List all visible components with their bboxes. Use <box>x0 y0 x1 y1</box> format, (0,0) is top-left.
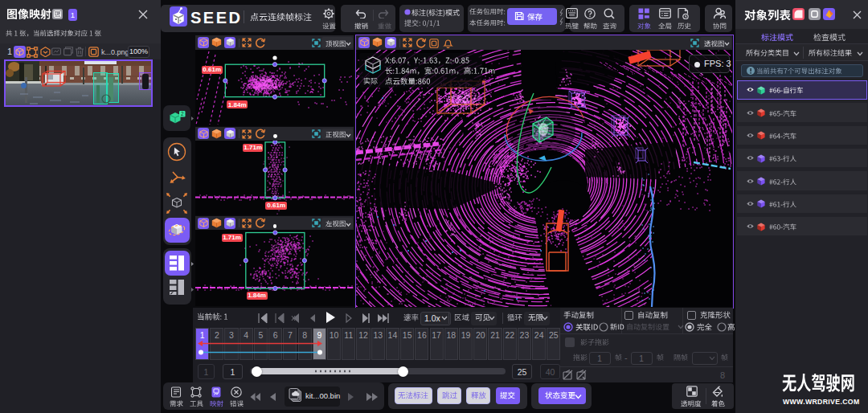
svg-text:2: 2 <box>181 111 184 117</box>
